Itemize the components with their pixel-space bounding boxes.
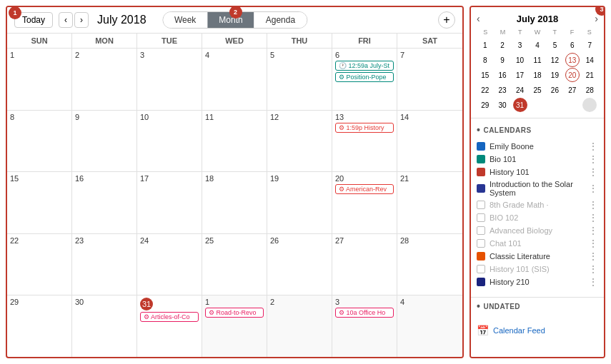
mini-day[interactable]: 27 xyxy=(565,83,580,97)
day-cell[interactable]: 16 xyxy=(72,172,137,233)
day-cell[interactable]: 25 xyxy=(202,234,267,295)
day-cell[interactable]: 5 xyxy=(267,49,332,110)
mini-day[interactable]: 7 xyxy=(582,38,597,52)
mini-day[interactable]: 15 xyxy=(478,68,492,82)
calendar-more-icon[interactable]: ⋮ xyxy=(588,277,598,287)
event-pill[interactable]: ⚙ Position-Pope xyxy=(335,72,394,82)
mini-day[interactable]: 31 xyxy=(513,98,527,112)
calendar-more-icon[interactable]: ⋮ xyxy=(588,251,598,261)
day-cell[interactable]: 26 xyxy=(267,234,332,295)
day-cell[interactable]: 14 xyxy=(397,111,462,172)
day-cell[interactable]: 1 xyxy=(7,49,72,110)
mini-day[interactable]: 21 xyxy=(582,68,597,82)
day-cell[interactable]: 2 xyxy=(72,49,137,110)
calendar-item[interactable]: Advanced Biology⋮ xyxy=(477,224,598,237)
day-cell[interactable]: 9 xyxy=(72,111,137,172)
mini-day[interactable]: 26 xyxy=(547,83,562,97)
calendar-more-icon[interactable]: ⋮ xyxy=(588,200,598,210)
mini-day[interactable]: 14 xyxy=(582,53,597,67)
mini-day[interactable]: 2 xyxy=(495,38,510,52)
calendar-more-icon[interactable]: ⋮ xyxy=(588,167,598,177)
calendar-more-icon[interactable]: ⋮ xyxy=(588,264,598,274)
calendar-item[interactable]: Introduction to the Solar System⋮ xyxy=(477,178,598,198)
day-cell[interactable]: 4 xyxy=(202,49,267,110)
day-cell[interactable]: 4 xyxy=(397,295,462,357)
calendar-more-icon[interactable]: ⋮ xyxy=(588,183,598,193)
day-cell[interactable]: 11 xyxy=(202,111,267,172)
calendar-item[interactable]: BIO 102⋮ xyxy=(477,211,598,224)
next-button[interactable]: › xyxy=(74,12,89,28)
day-cell[interactable]: 10 xyxy=(137,111,202,172)
day-cell[interactable]: 20⚙ American-Rev xyxy=(332,172,397,233)
mini-day[interactable]: 11 xyxy=(530,53,545,67)
mini-day[interactable]: 24 xyxy=(513,83,527,97)
day-cell[interactable]: 3⚙ 10a Office Ho xyxy=(332,295,397,357)
day-cell[interactable]: 28 xyxy=(397,234,462,295)
day-cell[interactable]: 30 xyxy=(72,295,137,357)
mini-day[interactable]: 22 xyxy=(478,83,492,97)
calendar-item[interactable]: History 210⋮ xyxy=(477,275,598,288)
calendar-item[interactable]: History 101⋮ xyxy=(477,166,598,178)
mini-day[interactable]: 20 xyxy=(565,68,580,82)
add-button[interactable]: + xyxy=(438,11,455,29)
mini-day[interactable]: 30 xyxy=(495,98,510,112)
event-pill[interactable]: ⚙ Articles-of-Co xyxy=(140,312,199,322)
mini-day[interactable]: 25 xyxy=(530,83,545,97)
mini-day[interactable]: 28 xyxy=(582,83,597,97)
day-cell[interactable]: 12 xyxy=(267,111,332,172)
mini-day[interactable]: 1 xyxy=(478,38,492,52)
day-cell[interactable]: 18 xyxy=(202,172,267,233)
calendar-item[interactable]: Bio 101⋮ xyxy=(477,153,598,166)
day-cell[interactable]: 13⚙ 1:59p History xyxy=(332,111,397,172)
event-pill[interactable]: ⚙ American-Rev xyxy=(335,184,394,194)
calendar-item[interactable]: Classic Literature⋮ xyxy=(477,250,598,263)
mini-day[interactable]: 19 xyxy=(547,68,562,82)
mini-day[interactable]: 12 xyxy=(547,53,562,67)
prev-button[interactable]: ‹ xyxy=(59,12,73,28)
agenda-view-button[interactable]: Agenda xyxy=(254,12,307,28)
day-cell[interactable]: 19 xyxy=(267,172,332,233)
calendar-item[interactable]: 8th Grade Math ·⋮ xyxy=(477,198,598,211)
day-cell[interactable]: 8 xyxy=(7,111,72,172)
mini-day[interactable]: 13 xyxy=(565,53,580,67)
mini-day[interactable]: 6 xyxy=(565,38,580,52)
mini-day[interactable]: 9 xyxy=(495,53,510,67)
event-pill[interactable]: ⚙ 1:59p History xyxy=(335,123,394,133)
mini-day[interactable]: 5 xyxy=(547,38,562,52)
day-cell[interactable]: 7 xyxy=(397,49,462,110)
mini-day[interactable]: 16 xyxy=(495,68,510,82)
calendar-item[interactable]: Chat 101⋮ xyxy=(477,237,598,250)
calendar-more-icon[interactable]: ⋮ xyxy=(588,154,598,164)
calendar-more-icon[interactable]: ⋮ xyxy=(588,141,598,151)
mini-day[interactable]: 29 xyxy=(478,98,492,112)
day-cell[interactable]: 31⚙ Articles-of-Co xyxy=(137,295,202,357)
calendar-more-icon[interactable]: ⋮ xyxy=(588,238,598,248)
week-view-button[interactable]: Week xyxy=(163,12,207,28)
calendar-feed[interactable]: 📅 Calendar Feed xyxy=(471,322,604,339)
event-pill[interactable]: ⚙ Road-to-Revo xyxy=(205,308,264,318)
day-cell[interactable]: 6🕐 12:59a July-St⚙ Position-Pope xyxy=(332,49,397,110)
mini-day[interactable]: 8 xyxy=(478,53,492,67)
day-cell[interactable]: 29 xyxy=(7,295,72,357)
day-cell[interactable]: 1⚙ Road-to-Revo xyxy=(202,295,267,357)
calendar-more-icon[interactable]: ⋮ xyxy=(588,226,598,236)
day-cell[interactable]: 15 xyxy=(7,172,72,233)
mini-day[interactable]: 10 xyxy=(513,53,527,67)
mini-day[interactable]: 3 xyxy=(513,38,527,52)
calendar-item[interactable]: History 101 (SIS)⋮ xyxy=(477,263,598,275)
event-pill[interactable]: ⚙ 10a Office Ho xyxy=(335,308,394,318)
day-cell[interactable]: 17 xyxy=(137,172,202,233)
day-cell[interactable]: 24 xyxy=(137,234,202,295)
day-cell[interactable]: 27 xyxy=(332,234,397,295)
event-pill[interactable]: 🕐 12:59a July-St xyxy=(335,61,394,71)
calendar-item[interactable]: Emily Boone⋮ xyxy=(477,140,598,153)
mini-day[interactable]: 23 xyxy=(495,83,510,97)
mini-day[interactable]: 18 xyxy=(530,68,545,82)
day-cell[interactable]: 2 xyxy=(267,295,332,357)
calendar-more-icon[interactable]: ⋮ xyxy=(588,213,598,223)
day-cell[interactable]: 23 xyxy=(72,234,137,295)
mini-prev-button[interactable]: ‹ xyxy=(477,13,480,24)
mini-day[interactable]: 17 xyxy=(513,68,527,82)
day-cell[interactable]: 3 xyxy=(137,49,202,110)
day-cell[interactable]: 21 xyxy=(397,172,462,233)
